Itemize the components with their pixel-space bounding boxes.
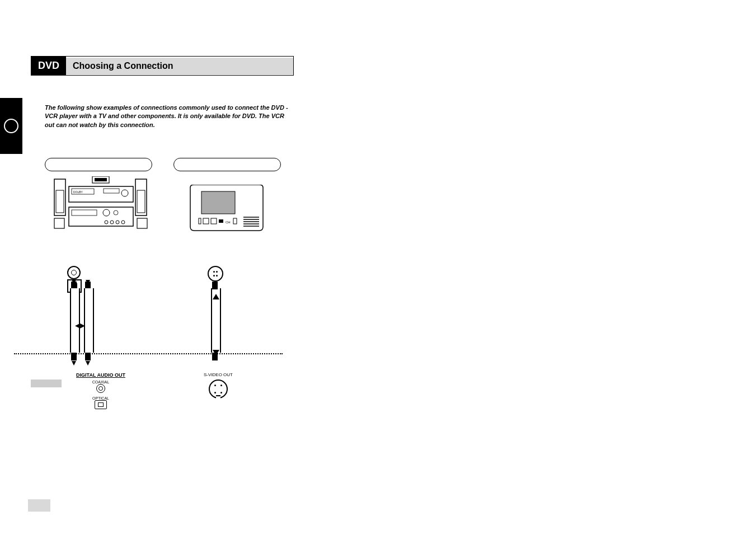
section-header: DVD Choosing a Connection [31, 56, 294, 76]
svg-rect-24 [211, 218, 217, 224]
intro-paragraph: The following show examples of connectio… [45, 104, 291, 129]
svg-rect-20 [137, 218, 147, 228]
coaxial-label: COAXIAL [92, 380, 109, 384]
arrow-down-icon [86, 361, 90, 366]
svg-rect-1 [56, 190, 64, 213]
category-badge: DVD [31, 57, 66, 75]
svg-rect-27 [233, 218, 237, 224]
svg-rect-19 [54, 218, 64, 228]
svg-point-13 [103, 209, 110, 216]
svg-point-15 [105, 221, 108, 224]
header-bar: DVD Choosing a Connection [31, 56, 294, 76]
svg-rect-12 [72, 210, 97, 216]
amplifier-illustration: DOLBY [53, 176, 148, 229]
svideo-cable [211, 288, 221, 353]
dvd-player-boundary [14, 353, 283, 354]
section-title: Choosing a Connection [66, 58, 293, 74]
side-tab [0, 98, 22, 154]
coaxial-in-icon [67, 266, 81, 279]
dvd-player-label [31, 380, 62, 387]
svg-rect-9 [104, 189, 119, 193]
digital-audio-out-label: DIGITAL AUDIO OUT [62, 372, 140, 378]
page-number [28, 499, 50, 512]
svg-rect-25 [219, 219, 223, 223]
optical-label: OPTICAL [92, 396, 109, 400]
svg-point-14 [114, 210, 118, 215]
svg-text:DOLBY: DOLBY [73, 190, 83, 194]
svideo-out-panel: S-VIDEO OUT [193, 372, 243, 399]
tv-illustration: CH [187, 185, 266, 238]
svideo-out-label: S-VIDEO OUT [193, 372, 243, 377]
svg-point-17 [116, 221, 119, 224]
svg-point-16 [110, 221, 114, 224]
svg-point-18 [121, 221, 125, 224]
svg-rect-3 [137, 190, 145, 213]
svideo-out-icon [209, 380, 228, 399]
svg-rect-5 [95, 178, 107, 181]
svg-rect-23 [203, 218, 209, 224]
svg-point-10 [121, 190, 128, 196]
svg-text:CH: CH [226, 221, 231, 224]
arrow-down-icon [72, 361, 76, 366]
side-circle-icon [4, 119, 18, 133]
svg-rect-21 [201, 191, 235, 214]
digital-audio-out-panel: DIGITAL AUDIO OUT COAXIAL OPTICAL [62, 372, 140, 409]
optical-out-icon [95, 400, 107, 409]
connection-diagram: DOLBY CH [31, 160, 299, 428]
double-arrow-icon: ◂▸ [69, 319, 91, 331]
svg-rect-22 [199, 218, 201, 224]
coaxial-out-icon [96, 384, 105, 393]
